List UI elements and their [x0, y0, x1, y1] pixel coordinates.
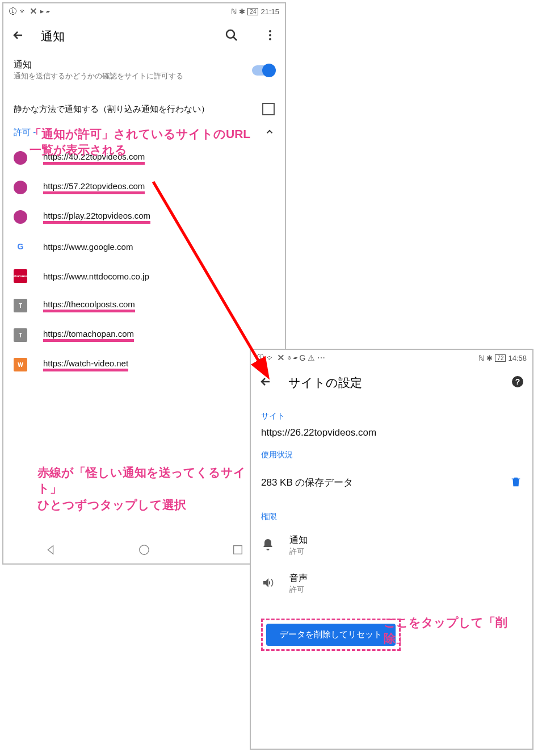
svg-line-8 — [153, 182, 267, 375]
svg-point-3 — [269, 38, 271, 40]
site-favicon: docomo — [14, 269, 27, 283]
svg-rect-5 — [234, 546, 242, 554]
status-bar: ⓘ ᯤ ✕ ▶ ▰ ℕ ✱ 24 21:15 — [3, 3, 285, 19]
phone-site-settings-screen: ⓘ ᯤ ✕ ◎ ▰ G ⚠ ⋯ ℕ ✱ 72 14:58 サイトの設定 ? サイ… — [250, 349, 533, 750]
permission-sound-row[interactable]: 音声 許可 — [261, 565, 522, 603]
bell-icon — [261, 538, 275, 554]
site-favicon: T — [14, 328, 27, 342]
perm-sound-sub: 許可 — [289, 584, 308, 595]
annotation-tap-delete: ここをタップして「削除」 — [384, 615, 526, 647]
notifications-toggle-row[interactable]: 通知 通知を送信するかどうかの確認をサイトに許可する — [14, 53, 275, 87]
content-area: サイト https://26.22topvideos.com 使用状況 283 … — [251, 400, 532, 749]
nav-recent-icon[interactable] — [232, 544, 244, 556]
permissions-section-label: 権限 — [261, 512, 522, 522]
site-favicon: G — [14, 240, 27, 253]
svg-text:?: ? — [515, 377, 520, 386]
nfc-icon: ℕ — [231, 7, 237, 16]
perm-notif-title: 通知 — [289, 534, 308, 546]
site-section-label: サイト — [261, 411, 522, 421]
annotation-allowed-list: 「通知が許可」されているサイトのURL一覧が表示される — [30, 126, 257, 158]
help-icon[interactable]: ? — [511, 375, 524, 391]
svg-point-4 — [140, 545, 149, 555]
volume-icon — [261, 576, 275, 592]
status-icons-left: ⓘ ᯤ ✕ ▶ ▰ — [9, 7, 50, 16]
notif-title: 通知 — [14, 59, 244, 71]
site-favicon: W — [14, 358, 27, 371]
battery-level: 24 — [247, 8, 258, 15]
page-title: サイトの設定 — [288, 375, 495, 391]
site-favicon — [14, 210, 27, 224]
perm-sound-title: 音声 — [289, 573, 308, 584]
checkbox-unchecked[interactable] — [262, 103, 275, 115]
clock: 14:58 — [508, 354, 527, 362]
toggle-on[interactable] — [252, 65, 275, 76]
permission-notifications-row[interactable]: 通知 許可 — [261, 527, 522, 565]
notif-subtitle: 通知を送信するかどうかの確認をサイトに許可する — [14, 71, 244, 81]
nav-home-icon[interactable] — [138, 544, 150, 556]
search-icon[interactable] — [225, 28, 238, 44]
svg-point-2 — [269, 34, 271, 36]
usage-section-label: 使用状況 — [261, 450, 522, 460]
back-icon[interactable] — [11, 28, 25, 44]
svg-point-1 — [269, 30, 271, 32]
site-url: https://26.22topvideos.com — [261, 427, 522, 438]
site-favicon — [14, 181, 27, 194]
app-bar: 通知 — [3, 19, 285, 53]
usage-row: 283 KB の保存データ — [261, 465, 522, 500]
site-favicon: T — [14, 299, 27, 312]
site-url: https://57.22topvideos.com — [43, 181, 145, 194]
delete-reset-button[interactable]: データを削除してリセット — [266, 624, 396, 646]
site-url: https://watch-video.net — [43, 358, 128, 371]
nav-back-icon[interactable] — [44, 544, 57, 556]
site-url: https://tomachopan.com — [43, 329, 134, 342]
arrow-annotation — [148, 176, 295, 386]
quiet-notifications-row[interactable]: 静かな方法で通知する（割り込み通知を行わない） — [14, 97, 275, 121]
delete-button-highlight: データを削除してリセット — [261, 619, 401, 651]
battery-level: 72 — [495, 354, 506, 362]
site-url: https://thecoolposts.com — [43, 299, 135, 312]
bluetooth-icon: ✱ — [486, 354, 493, 362]
site-url: https://www.google.com — [43, 242, 133, 252]
annotation-suspicious-sites: 赤線が「怪しい通知を送ってくるサイト」 ひとつずつタップして選択 — [37, 465, 253, 513]
nfc-icon: ℕ — [478, 354, 484, 362]
quiet-label: 静かな方法で通知する（割り込み通知を行わない） — [14, 104, 254, 115]
site-url: https://www.nttdocomo.co.jp — [43, 272, 149, 281]
site-url: https://play.22topvideos.com — [43, 211, 150, 224]
clock: 21:15 — [261, 7, 279, 16]
more-icon[interactable] — [263, 28, 277, 44]
chevron-up-icon[interactable] — [264, 127, 275, 139]
bluetooth-icon: ✱ — [239, 7, 245, 16]
svg-point-0 — [226, 30, 234, 38]
trash-icon[interactable] — [510, 475, 522, 490]
android-nav-bar — [3, 536, 285, 563]
page-title: 通知 — [41, 28, 209, 44]
usage-text: 283 KB の保存データ — [261, 476, 502, 489]
perm-notif-sub: 許可 — [289, 546, 308, 557]
site-favicon — [14, 151, 27, 165]
